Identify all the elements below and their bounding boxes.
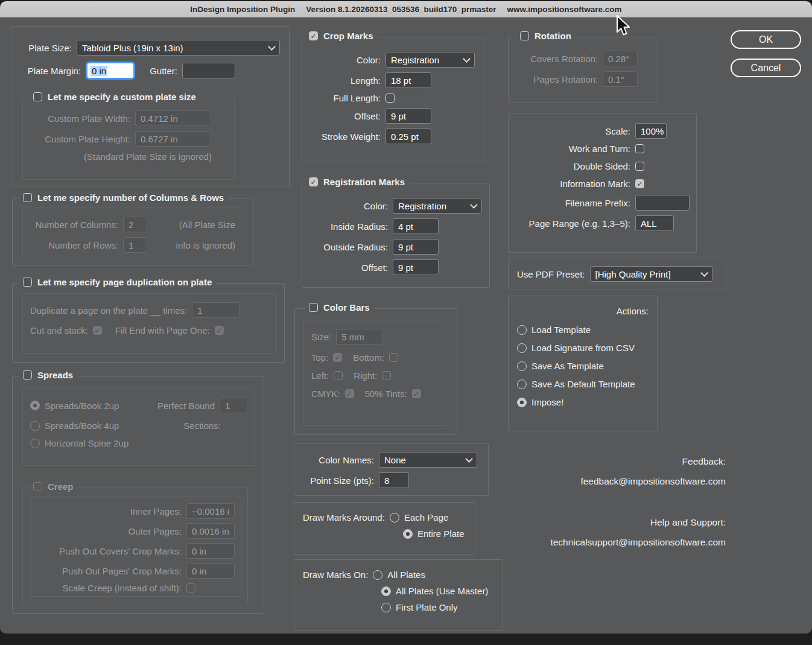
crop-marks-checkbox[interactable]: [309, 31, 318, 40]
cut-stack-label: Cut and stack:: [30, 325, 88, 335]
outer-pages-label: Outer Pages:: [38, 526, 182, 536]
radio-impose[interactable]: [517, 398, 527, 407]
point-size-input[interactable]: 8: [379, 472, 409, 488]
chevron-down-icon: [465, 455, 473, 463]
full-length-checkbox[interactable]: [385, 94, 395, 103]
colorbar-right-label: Right:: [354, 370, 377, 381]
rotation-checkbox[interactable]: [520, 31, 529, 40]
push-pages-label: Push Out Pages' Crop Marks:: [38, 566, 182, 576]
num-rows-input[interactable]: 1: [123, 237, 147, 253]
gutter-input[interactable]: [182, 63, 235, 78]
dialog-body: Plate Size: Tabloid Plus (19in x 13in) P…: [0, 17, 812, 634]
draw-marks-on-group: Draw Marks On: All Plates All Plates (Us…: [294, 559, 503, 631]
push-pages-input[interactable]: 0 in: [186, 563, 235, 579]
num-rows-value: 1: [128, 240, 133, 250]
registration-marks-checkbox[interactable]: [309, 177, 318, 186]
ok-button[interactable]: OK: [731, 30, 801, 49]
radio-all-plates[interactable]: [373, 570, 382, 580]
reg-color-value: Registration: [398, 201, 446, 211]
crop-offset-input[interactable]: 9 pt: [385, 108, 431, 124]
work-turn-checkbox[interactable]: [635, 144, 644, 153]
colorbar-tints-label: 50% Tints:: [365, 389, 407, 399]
scale-input[interactable]: 100%: [635, 123, 667, 139]
radio-all-plates-master[interactable]: [381, 586, 391, 596]
colorbar-right-checkbox[interactable]: [382, 371, 391, 380]
perfect-bound-input[interactable]: 1: [220, 398, 247, 413]
color-names-select[interactable]: None: [379, 452, 477, 468]
outside-radius-input[interactable]: 9 pt: [393, 239, 439, 255]
double-sided-checkbox[interactable]: [635, 162, 644, 171]
radio-save-as-default-template[interactable]: [517, 380, 527, 389]
reg-offset-input[interactable]: 9 pt: [393, 259, 439, 275]
plate-size-select[interactable]: Tabloid Plus (19in x 13in): [77, 40, 280, 56]
outer-pages-input[interactable]: 0.0016 in: [186, 523, 235, 539]
feedback-email: feedback@impositionsoftware.com: [531, 475, 726, 488]
inside-radius-input[interactable]: 4 pt: [393, 218, 439, 234]
colorbar-top-checkbox[interactable]: [333, 353, 342, 362]
duplicate-times-input[interactable]: 1: [192, 302, 240, 318]
scale-creep-checkbox[interactable]: [186, 583, 195, 593]
title-bar[interactable]: InDesign Imposition Plugin Version 8.1.2…: [0, 1, 812, 17]
crop-color-select[interactable]: Registration: [385, 52, 475, 68]
reg-color-select[interactable]: Registration: [393, 198, 482, 214]
chevron-down-icon: [268, 43, 276, 51]
pdf-preset-select[interactable]: [High Quality Print]: [590, 266, 712, 282]
push-covers-value: 0 in: [192, 546, 206, 556]
colorbar-tints-checkbox[interactable]: [412, 389, 421, 398]
num-columns-value: 2: [128, 220, 133, 230]
each-page-label: Each Page: [404, 512, 448, 523]
crop-length-input[interactable]: 18 pt: [385, 72, 431, 88]
colorbar-cmyk-checkbox[interactable]: [345, 389, 354, 398]
radio-first-plate-only[interactable]: [381, 603, 391, 612]
creep-checkbox[interactable]: [33, 482, 42, 491]
radio-horizontal-spine-2up[interactable]: [30, 439, 40, 448]
radio-entire-plate[interactable]: [403, 529, 413, 539]
crop-length-value: 18 pt: [391, 75, 411, 86]
spreads-checkbox[interactable]: [23, 370, 32, 380]
colorbar-size-input[interactable]: 5 mm: [336, 329, 383, 345]
full-length-label: Full Length:: [309, 93, 381, 103]
columns-rows-checkbox[interactable]: [23, 193, 32, 202]
radio-save-as-template[interactable]: [517, 361, 527, 371]
radio-load-template[interactable]: [517, 325, 527, 335]
colorbar-bottom-checkbox[interactable]: [389, 353, 398, 362]
version-label: Version 8.1.20260313_053536_build170_prm…: [306, 5, 496, 14]
horizontal-spine-label: Horizontal Spine 2up: [45, 438, 128, 448]
custom-width-input[interactable]: 0.4712 in: [135, 110, 211, 126]
covers-rotation-value: 0.28°: [608, 54, 629, 64]
pdf-preset-label: Use PDF Preset:: [517, 269, 585, 279]
inner-pages-value: −0.0016 i: [192, 506, 229, 516]
plate-margin-input[interactable]: 0 in: [86, 62, 135, 80]
cut-stack-checkbox[interactable]: [93, 326, 102, 335]
page-duplication-checkbox[interactable]: [23, 278, 32, 287]
num-columns-input[interactable]: 2: [123, 217, 147, 232]
registration-marks-legend: Registration Marks: [323, 177, 405, 187]
covers-rotation-input[interactable]: 0.28°: [603, 51, 638, 66]
push-covers-input[interactable]: 0 in: [186, 543, 235, 559]
page-range-input[interactable]: ALL: [635, 215, 674, 231]
colorbar-bottom-label: Bottom:: [353, 352, 384, 363]
inner-pages-input[interactable]: −0.0016 i: [186, 503, 235, 519]
plate-margin-value: 0 in: [90, 66, 107, 76]
pages-rotation-label: Pages Rotation:: [516, 74, 598, 84]
outside-radius-value: 9 pt: [398, 242, 413, 252]
color-bars-checkbox[interactable]: [309, 303, 318, 312]
stroke-weight-input[interactable]: 0.25 pt: [385, 129, 431, 144]
colorbar-left-checkbox[interactable]: [334, 371, 343, 380]
feedback-block: Feedback: feedback@impositionsoftware.co…: [531, 456, 726, 548]
pages-rotation-input[interactable]: 0.1°: [603, 71, 638, 87]
radio-each-page[interactable]: [390, 513, 399, 523]
cancel-button[interactable]: Cancel: [731, 59, 801, 77]
creep-legend: Creep: [48, 481, 74, 492]
radio-spreads-book-2up[interactable]: [30, 401, 40, 410]
crop-length-label: Length:: [309, 75, 381, 86]
info-mark-checkbox[interactable]: [635, 179, 644, 188]
custom-plate-size-checkbox[interactable]: [33, 92, 42, 101]
fill-end-checkbox[interactable]: [215, 326, 224, 335]
filename-prefix-input[interactable]: [635, 195, 690, 211]
radio-load-signature-csv[interactable]: [517, 343, 527, 353]
radio-spreads-book-4up[interactable]: [30, 421, 40, 431]
stroke-weight-label: Stroke Weight:: [309, 132, 381, 142]
custom-height-input[interactable]: 0.6727 in: [135, 131, 211, 147]
impose-label: Impose!: [531, 397, 563, 407]
